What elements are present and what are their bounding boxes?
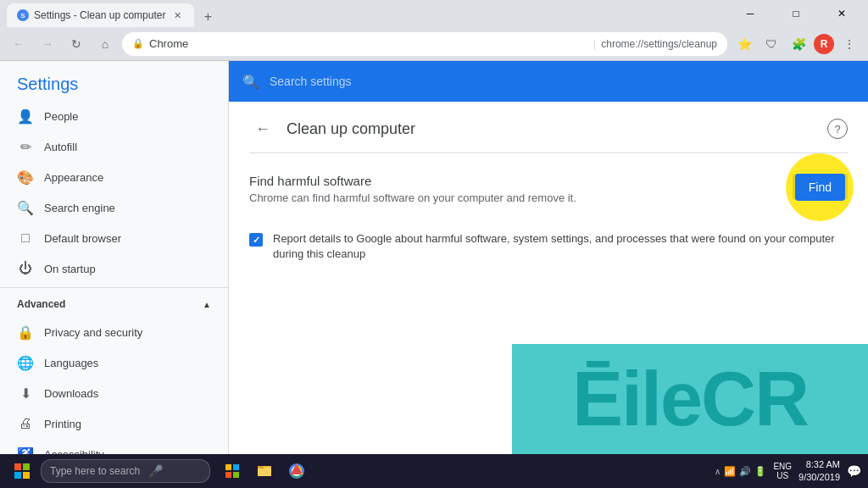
sidebar-item-privacy[interactable]: 🔒 Privacy and security [0, 317, 228, 347]
language-label: ENG [773, 462, 792, 471]
system-tray: ∧ 📶 🔊 🔋 [715, 466, 766, 477]
search-engine-icon: 🔍 [17, 199, 34, 216]
active-tab[interactable]: S Settings - Clean up computer ✕ [7, 3, 194, 27]
sidebar-label-autofill: Autofill [44, 141, 77, 153]
back-button[interactable]: ← [7, 32, 31, 56]
tray-up-icon[interactable]: ∧ [715, 467, 721, 476]
start-button[interactable] [7, 456, 37, 486]
menu-button[interactable]: ⋮ [837, 32, 861, 56]
privacy-icon: 🔒 [17, 324, 34, 341]
taskbar-explorer-icon[interactable] [217, 456, 248, 486]
svg-rect-10 [258, 466, 264, 469]
main-content: 🔍 ← Clean up computer ? Find harmful sof… [229, 61, 868, 454]
tab-favicon: S [17, 9, 29, 21]
sidebar-item-default-browser[interactable]: □ Default browser [0, 223, 228, 253]
autofill-icon: ✏ [17, 138, 34, 155]
search-icon: 🔍 [242, 74, 259, 90]
svg-rect-3 [23, 472, 30, 479]
url-lock-icon: 🔒 [132, 38, 144, 49]
content-area: ← Clean up computer ? Find harmful softw… [229, 102, 868, 275]
sidebar-label-appearance: Appearance [44, 171, 103, 184]
advanced-chevron-icon: ▲ [203, 300, 211, 309]
people-icon: 👤 [17, 108, 34, 125]
page-header: ← Clean up computer ? [249, 115, 848, 153]
svg-rect-9 [258, 468, 271, 476]
sidebar-label-on-startup: On startup [44, 263, 96, 275]
sidebar-title: Settings [0, 61, 228, 101]
svg-rect-1 [23, 463, 30, 470]
svg-rect-0 [14, 463, 21, 470]
downloads-icon: ⬇ [17, 385, 34, 402]
forward-button[interactable]: → [36, 32, 59, 56]
tab-close-button[interactable]: ✕ [170, 8, 184, 22]
sidebar-label-default-browser: Default browser [44, 232, 121, 245]
svg-rect-2 [14, 472, 21, 479]
url-bar[interactable]: 🔒 Chrome | chrome://settings/cleanup [122, 32, 727, 56]
maximize-button[interactable]: □ [776, 0, 815, 27]
star-icon[interactable]: ⭐ [732, 32, 756, 56]
address-bar: ← → ↻ ⌂ 🔒 Chrome | chrome://settings/cle… [0, 27, 868, 61]
appearance-icon: 🎨 [17, 169, 34, 186]
advanced-label: Advanced [17, 298, 65, 310]
languages-icon: 🌐 [17, 354, 34, 371]
language-region: ENG US [773, 462, 792, 480]
close-button[interactable]: ✕ [822, 0, 861, 27]
sidebar-item-search-engine[interactable]: 🔍 Search engine [0, 192, 228, 223]
advanced-section[interactable]: Advanced ▲ [0, 291, 228, 317]
startup-icon: ⏻ [17, 260, 34, 277]
extensions-icon[interactable]: 🧩 [787, 32, 810, 56]
page-title: Clean up computer [287, 120, 817, 138]
sidebar-item-languages[interactable]: 🌐 Languages [0, 347, 228, 378]
section-desc: Chrome can find harmful software on your… [249, 191, 793, 204]
taskbar-clock[interactable]: 8:32 AM 9/30/2019 [798, 458, 840, 485]
profile-avatar[interactable]: R [814, 34, 834, 54]
settings-sidebar: Settings 👤 People ✏ Autofill 🎨 Appearanc… [0, 61, 229, 454]
sidebar-label-privacy: Privacy and security [44, 326, 142, 339]
tab-strip: S Settings - Clean up computer ✕ + [7, 0, 731, 27]
sidebar-divider [0, 287, 228, 288]
url-separator: | [593, 37, 596, 50]
find-btn-wrapper: Find Find [793, 174, 848, 200]
taskbar-file-explorer-icon[interactable] [249, 456, 280, 486]
back-page-button[interactable]: ← [249, 115, 276, 142]
url-path: chrome://settings/cleanup [601, 38, 717, 50]
new-tab-button[interactable]: + [198, 7, 218, 27]
sidebar-item-on-startup[interactable]: ⏻ On startup [0, 253, 228, 284]
report-checkbox[interactable] [249, 233, 263, 247]
title-bar: S Settings - Clean up computer ✕ + ─ □ ✕ [0, 0, 868, 27]
window-controls: ─ □ ✕ [731, 0, 861, 27]
notification-icon[interactable]: 💬 [847, 464, 861, 478]
home-button[interactable]: ⌂ [93, 32, 117, 56]
refresh-button[interactable]: ↻ [64, 32, 88, 56]
svg-rect-6 [225, 472, 231, 478]
section-title: Find harmful software [249, 174, 793, 188]
search-input[interactable] [270, 75, 854, 88]
settings-search-bar[interactable]: 🔍 [229, 61, 868, 102]
sidebar-item-printing[interactable]: 🖨 Printing [0, 408, 228, 439]
volume-icon: 🔊 [739, 466, 751, 477]
taskbar-right: ∧ 📶 🔊 🔋 ENG US 8:32 AM 9/30/2019 💬 [715, 458, 861, 485]
printing-icon: 🖨 [17, 415, 34, 432]
sidebar-item-downloads[interactable]: ⬇ Downloads [0, 378, 228, 408]
clock-date: 9/30/2019 [798, 471, 840, 484]
url-site: Chrome [149, 37, 588, 50]
taskbar-search[interactable]: Type here to search 🎤 [41, 459, 210, 483]
minimize-button[interactable]: ─ [731, 0, 770, 27]
battery-icon: 🔋 [754, 466, 766, 477]
shield-icon[interactable]: 🛡 [760, 32, 783, 56]
network-icon: 📶 [724, 466, 736, 477]
taskbar-chrome-icon[interactable] [281, 456, 312, 486]
help-icon[interactable]: ? [827, 119, 848, 139]
toolbar-icons: ⭐ 🛡 🧩 R ⋮ [732, 32, 861, 56]
accessibility-icon: ♿ [17, 446, 34, 454]
sidebar-item-appearance[interactable]: 🎨 Appearance [0, 162, 228, 192]
find-button[interactable]: Find [793, 174, 848, 200]
sidebar-item-people[interactable]: 👤 People [0, 101, 228, 131]
sidebar-item-autofill[interactable]: ✏ Autofill [0, 131, 228, 162]
taskbar-search-text: Type here to search [50, 465, 140, 477]
svg-rect-7 [233, 472, 239, 478]
browser-icon: □ [17, 230, 34, 247]
region-label: US [776, 471, 788, 480]
sidebar-label-printing: Printing [44, 418, 81, 430]
sidebar-item-accessibility[interactable]: ♿ Accessibility [0, 439, 228, 454]
